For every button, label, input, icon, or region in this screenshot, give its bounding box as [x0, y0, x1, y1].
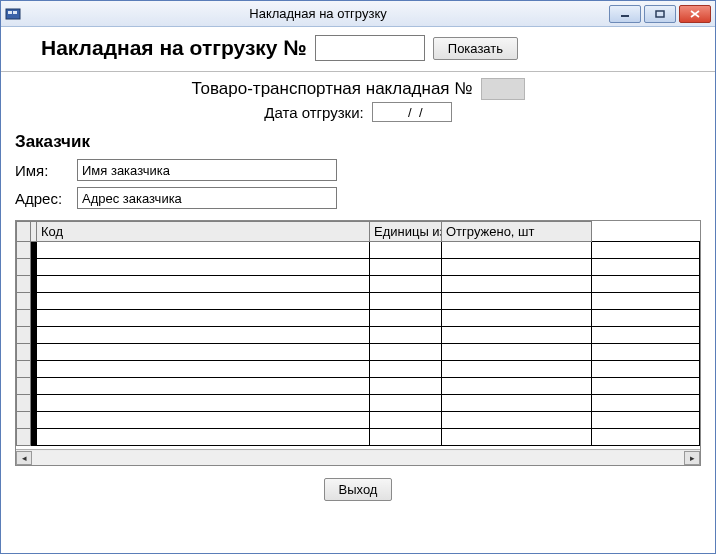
- cell-qty[interactable]: [592, 327, 700, 344]
- scroll-right-button[interactable]: ▸: [684, 451, 700, 465]
- row-header[interactable]: [17, 293, 31, 310]
- cell-name[interactable]: [37, 344, 370, 361]
- minimize-button[interactable]: [609, 5, 641, 23]
- cell-name[interactable]: [37, 429, 370, 446]
- row-header[interactable]: [17, 310, 31, 327]
- ttn-label: Товаро-транспортная накладная №: [191, 79, 472, 99]
- customer-name-input[interactable]: [77, 159, 337, 181]
- cell-unit[interactable]: [442, 259, 592, 276]
- cell-code[interactable]: [370, 276, 442, 293]
- ship-date-input[interactable]: [372, 102, 452, 122]
- invoice-number-input[interactable]: [315, 35, 425, 61]
- cell-unit[interactable]: [442, 293, 592, 310]
- cell-unit[interactable]: [442, 310, 592, 327]
- cell-qty[interactable]: [592, 259, 700, 276]
- cell-unit[interactable]: [442, 327, 592, 344]
- table-row[interactable]: [17, 344, 700, 361]
- row-header[interactable]: [17, 276, 31, 293]
- cell-name[interactable]: [37, 327, 370, 344]
- table-row[interactable]: [17, 412, 700, 429]
- svg-rect-1: [8, 11, 12, 14]
- row-header[interactable]: [17, 242, 31, 259]
- row-header[interactable]: [17, 259, 31, 276]
- cell-unit[interactable]: [442, 361, 592, 378]
- row-header[interactable]: [17, 361, 31, 378]
- cell-name[interactable]: [37, 242, 370, 259]
- cell-name[interactable]: [37, 293, 370, 310]
- cell-code[interactable]: [370, 361, 442, 378]
- cell-code[interactable]: [370, 310, 442, 327]
- cell-code[interactable]: [370, 378, 442, 395]
- col-unit[interactable]: Единицы измерения: [370, 222, 442, 242]
- cell-unit[interactable]: [442, 344, 592, 361]
- cell-name[interactable]: [37, 310, 370, 327]
- maximize-button[interactable]: [644, 5, 676, 23]
- row-header[interactable]: [17, 327, 31, 344]
- sub-header: Товаро-транспортная накладная № Дата отг…: [1, 72, 715, 124]
- cell-name[interactable]: [37, 378, 370, 395]
- table-row[interactable]: [17, 378, 700, 395]
- table-row[interactable]: [17, 327, 700, 344]
- col-name[interactable]: Наименование изделия: [31, 222, 37, 242]
- table-row[interactable]: [17, 259, 700, 276]
- customer-addr-input[interactable]: [77, 187, 337, 209]
- cell-qty[interactable]: [592, 361, 700, 378]
- cell-code[interactable]: [370, 412, 442, 429]
- titlebar[interactable]: Накладная на отгрузку: [1, 1, 715, 27]
- cell-qty[interactable]: [592, 395, 700, 412]
- cell-qty[interactable]: [592, 242, 700, 259]
- cell-unit[interactable]: [442, 378, 592, 395]
- ship-date-label: Дата отгрузки:: [264, 104, 363, 121]
- scroll-track[interactable]: [32, 451, 684, 465]
- row-header[interactable]: [17, 344, 31, 361]
- table-row[interactable]: [17, 361, 700, 378]
- col-qty[interactable]: Отгружено, шт: [442, 222, 592, 242]
- show-button[interactable]: Показать: [433, 37, 518, 60]
- cell-code[interactable]: [370, 293, 442, 310]
- cell-unit[interactable]: [442, 242, 592, 259]
- cell-name[interactable]: [37, 259, 370, 276]
- cell-qty[interactable]: [592, 429, 700, 446]
- cell-unit[interactable]: [442, 395, 592, 412]
- items-table[interactable]: Наименование изделия Код Единицы измерен…: [16, 221, 700, 446]
- row-header[interactable]: [17, 429, 31, 446]
- cell-code[interactable]: [370, 344, 442, 361]
- cell-qty[interactable]: [592, 310, 700, 327]
- cell-unit[interactable]: [442, 412, 592, 429]
- close-button[interactable]: [679, 5, 711, 23]
- cell-name[interactable]: [37, 361, 370, 378]
- horizontal-scrollbar[interactable]: ◂ ▸: [16, 449, 700, 465]
- customer-name-row: Имя:: [1, 156, 715, 184]
- cell-qty[interactable]: [592, 412, 700, 429]
- cell-code[interactable]: [370, 259, 442, 276]
- window-frame: Накладная на отгрузку Накладная на отгру…: [0, 0, 716, 554]
- exit-button[interactable]: Выход: [324, 478, 393, 501]
- scroll-left-button[interactable]: ◂: [16, 451, 32, 465]
- cell-unit[interactable]: [442, 429, 592, 446]
- cell-name[interactable]: [37, 395, 370, 412]
- cell-qty[interactable]: [592, 344, 700, 361]
- row-header[interactable]: [17, 395, 31, 412]
- table-row[interactable]: [17, 310, 700, 327]
- cell-name[interactable]: [37, 412, 370, 429]
- table-row[interactable]: [17, 293, 700, 310]
- table-row[interactable]: [17, 242, 700, 259]
- items-grid[interactable]: Наименование изделия Код Единицы измерен…: [15, 220, 701, 466]
- cell-code[interactable]: [370, 242, 442, 259]
- window-title: Накладная на отгрузку: [27, 6, 609, 21]
- cell-code[interactable]: [370, 327, 442, 344]
- col-code[interactable]: Код: [37, 222, 370, 242]
- cell-qty[interactable]: [592, 276, 700, 293]
- table-row[interactable]: [17, 395, 700, 412]
- table-row[interactable]: [17, 429, 700, 446]
- cell-qty[interactable]: [592, 293, 700, 310]
- table-header-row: Наименование изделия Код Единицы измерен…: [17, 222, 700, 242]
- table-row[interactable]: [17, 276, 700, 293]
- cell-unit[interactable]: [442, 276, 592, 293]
- cell-qty[interactable]: [592, 378, 700, 395]
- row-header[interactable]: [17, 378, 31, 395]
- cell-code[interactable]: [370, 395, 442, 412]
- row-header[interactable]: [17, 412, 31, 429]
- cell-code[interactable]: [370, 429, 442, 446]
- cell-name[interactable]: [37, 276, 370, 293]
